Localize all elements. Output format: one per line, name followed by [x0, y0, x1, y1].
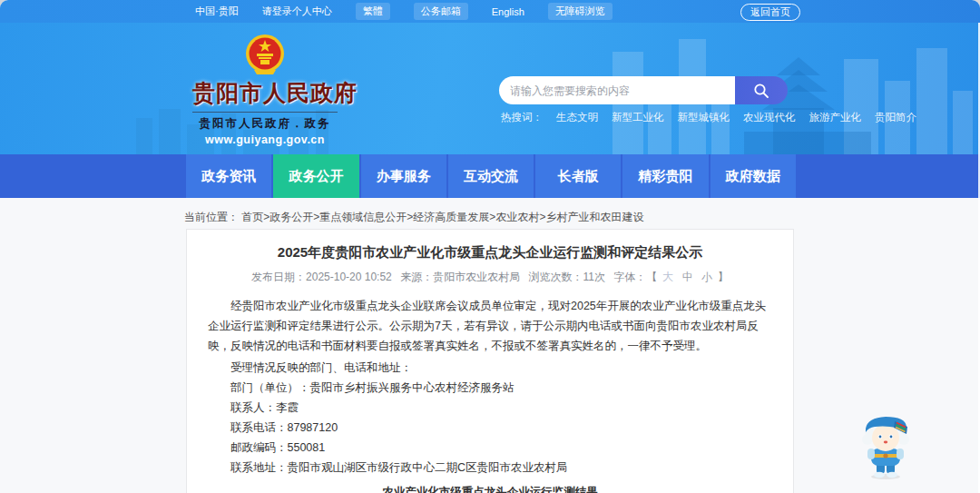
paragraph-intro: 经贵阳市农业产业化市级重点龙头企业联席会议成员单位审定，现对2025年开展的农业… — [208, 296, 772, 356]
font-size-medium-button[interactable]: 中 — [682, 271, 693, 283]
hot-link-tourism[interactable]: 旅游产业化 — [809, 111, 862, 124]
article-body: 经贵阳市农业产业化市级重点龙头企业联席会议成员单位审定，现对2025年开展的农业… — [208, 296, 772, 476]
nav-item-services[interactable]: 办事服务 — [361, 154, 446, 198]
city-skyline-graphic — [0, 23, 980, 154]
nav-item-senior-version[interactable]: 长者版 — [535, 154, 621, 198]
browser-page: 中国·贵阳 请登录个人中心 繁體 公务邮箱 English 无障碍浏览 返回首页 — [0, 0, 980, 493]
breadcrumb-path[interactable]: 首页>政务公开>重点领域信息公开>经济高质量发展>农业农村>乡村产业和农田建设 — [241, 211, 643, 223]
publish-date: 发布日期：2025-10-20 10:52 — [251, 271, 392, 283]
font-size-label-close: 】 — [718, 271, 729, 283]
breadcrumb-label: 当前位置： — [184, 211, 239, 223]
article-card: 2025年度贵阳市农业产业化市级重点龙头企业运行监测和评定结果公示 发布日期：2… — [186, 229, 794, 493]
site-logo-block[interactable]: 贵阳市人民政府 贵阳市人民政府．政务 www.guiyang.gov.cn — [192, 34, 338, 146]
top-utility-bar: 中国·贵阳 请登录个人中心 繁體 公务邮箱 English 无障碍浏览 返回首页 — [0, 0, 980, 23]
hot-link-new-industry[interactable]: 新型工业化 — [612, 111, 664, 124]
font-size-small-button[interactable]: 小 — [701, 271, 712, 283]
hot-search-row: 热搜词： 生态文明 新型工业化 新型城镇化 农业现代化 旅游产业化 贵阳简介 — [501, 111, 916, 124]
search-button[interactable] — [735, 76, 788, 104]
contact-person: 联系人：李霞 — [208, 399, 772, 416]
hot-search-label: 热搜词： — [501, 111, 543, 124]
link-login-personal-center[interactable]: 请登录个人中心 — [262, 5, 332, 18]
font-size-large-button[interactable]: 大 — [662, 271, 673, 283]
search-icon — [753, 83, 769, 99]
breadcrumb: 当前位置： 首页>政务公开>重点领域信息公开>经济高质量发展>农业农村>乡村产业… — [184, 210, 643, 225]
site-banner: 贵阳市人民政府 贵阳市人民政府．政务 www.guiyang.gov.cn 热搜… — [0, 23, 980, 154]
paragraph-accept: 受理情况反映的部门、电话和地址： — [208, 360, 772, 376]
link-china-guiyang[interactable]: 中国·贵阳 — [195, 5, 239, 18]
content-region: 当前位置： 首页>政务公开>重点领域信息公开>经济高质量发展>农业农村>乡村产业… — [0, 198, 980, 493]
table-title: 农业产业化市级重点龙头企业运行监测结果 — [208, 485, 772, 493]
nav-item-interaction[interactable]: 互动交流 — [448, 154, 534, 198]
view-count: 浏览次数：11次 — [528, 271, 604, 283]
hot-link-urbanization[interactable]: 新型城镇化 — [678, 111, 730, 124]
nav-item-news[interactable]: 政务资讯 — [186, 154, 271, 198]
article-meta: 发布日期：2025-10-20 10:52 来源：贵阳市农业农村局 浏览次数：1… — [208, 270, 772, 285]
nav-item-gov-data[interactable]: 政府数据 — [710, 154, 796, 198]
search-bar — [499, 76, 788, 104]
link-english[interactable]: English — [492, 6, 524, 17]
nav-item-gov-affairs-open[interactable]: 政务公开 — [273, 154, 358, 198]
contact-postcode: 邮政编码：550081 — [208, 439, 772, 456]
contact-address: 联系地址：贵阳市观山湖区市级行政中心二期C区贵阳市农业农村局 — [208, 459, 772, 476]
article-source: 来源：贵阳市农业农村局 — [400, 271, 520, 283]
site-name: 贵阳市人民政府 — [192, 78, 338, 108]
font-size-label: 字体：【 — [613, 271, 657, 283]
link-official-mail[interactable]: 公务邮箱 — [414, 3, 468, 20]
contact-department: 部门（单位）：贵阳市乡村振兴服务中心农村经济服务站 — [208, 380, 772, 396]
hot-link-agriculture-modernization[interactable]: 农业现代化 — [743, 111, 796, 124]
nav-item-splendid-guiyang[interactable]: 精彩贵阳 — [622, 154, 708, 198]
site-url: www.guiyang.gov.cn — [192, 133, 338, 146]
link-traditional-chinese[interactable]: 繁體 — [356, 3, 390, 20]
mascot-assistant-icon[interactable] — [855, 414, 916, 479]
main-nav-bar: 政务资讯 政务公开 办事服务 互动交流 长者版 精彩贵阳 政府数据 — [0, 154, 980, 198]
link-accessibility[interactable]: 无障碍浏览 — [548, 3, 612, 20]
article-title: 2025年度贵阳市农业产业化市级重点龙头企业运行监测和评定结果公示 — [208, 244, 772, 261]
back-to-home-button[interactable]: 返回首页 — [740, 4, 800, 21]
national-emblem-icon — [245, 34, 285, 75]
search-input[interactable] — [499, 76, 735, 104]
site-subtitle: 贵阳市人民政府．政务 — [192, 112, 338, 132]
contact-phone: 联系电话：87987120 — [208, 419, 772, 436]
topbar-links: 中国·贵阳 请登录个人中心 繁體 公务邮箱 English 无障碍浏览 — [195, 3, 612, 20]
hot-link-ecology[interactable]: 生态文明 — [556, 111, 598, 124]
main-nav-items: 政务资讯 政务公开 办事服务 互动交流 长者版 精彩贵阳 政府数据 — [186, 154, 796, 198]
hot-link-guiyang-intro[interactable]: 贵阳简介 — [875, 111, 916, 124]
